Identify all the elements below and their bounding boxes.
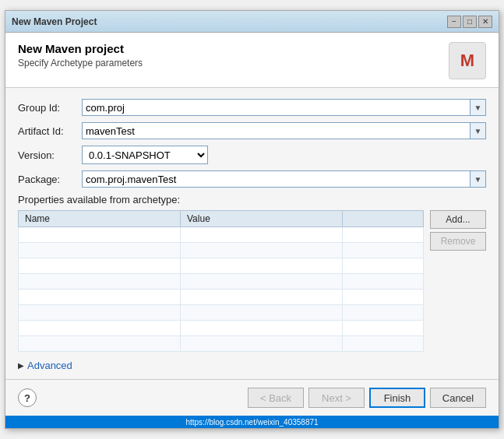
- footer-left: ?: [18, 388, 37, 407]
- maximize-button[interactable]: □: [463, 16, 477, 28]
- artifact-id-dropdown-btn[interactable]: ▼: [471, 122, 486, 139]
- footer: ? < Back Next > Finish Cancel: [5, 379, 499, 416]
- col-header-extra: [343, 211, 424, 227]
- header-text: New Maven project Specify Archetype para…: [18, 42, 143, 68]
- help-button[interactable]: ?: [18, 388, 37, 407]
- advanced-section[interactable]: ▶ Advanced: [18, 360, 486, 371]
- dialog-window: New Maven Project − □ ✕ New Maven projec…: [5, 10, 499, 429]
- table-row: [19, 227, 424, 243]
- maven-icon: M: [449, 42, 486, 79]
- table-row: [19, 336, 424, 352]
- header-section: New Maven project Specify Archetype para…: [5, 33, 499, 88]
- minimize-button[interactable]: −: [447, 16, 461, 28]
- remove-property-button[interactable]: Remove: [430, 232, 486, 251]
- artifact-id-input-wrap: ▼: [82, 122, 486, 139]
- properties-table-area: Name Value: [18, 210, 486, 352]
- table-action-buttons: Add... Remove: [430, 210, 486, 251]
- package-input[interactable]: [82, 170, 471, 188]
- properties-table: Name Value: [18, 210, 424, 352]
- table-row: [19, 258, 424, 274]
- next-button[interactable]: Next >: [308, 388, 365, 408]
- artifact-id-input[interactable]: [82, 122, 471, 139]
- table-row: [19, 290, 424, 305]
- group-id-input[interactable]: [82, 99, 471, 116]
- artifact-id-label: Artifact Id:: [18, 125, 82, 137]
- header-subtitle: Specify Archetype parameters: [18, 58, 143, 68]
- group-id-label: Group Id:: [18, 102, 82, 114]
- footer-right: < Back Next > Finish Cancel: [248, 388, 486, 408]
- advanced-label[interactable]: Advanced: [27, 360, 72, 371]
- package-dropdown-btn[interactable]: ▼: [471, 170, 486, 188]
- back-button[interactable]: < Back: [248, 388, 304, 408]
- table-row: [19, 243, 424, 258]
- version-row: Version: 0.0.1-SNAPSHOT: [18, 146, 486, 164]
- triangle-icon: ▶: [18, 361, 24, 370]
- table-row: [19, 305, 424, 321]
- finish-button[interactable]: Finish: [369, 388, 425, 408]
- watermark-bar: https://blog.csdn.net/weixin_40358871: [5, 416, 499, 428]
- group-id-input-wrap: ▼: [82, 99, 486, 116]
- version-select-wrap: 0.0.1-SNAPSHOT: [82, 146, 208, 164]
- package-input-wrap: ▼: [82, 170, 486, 188]
- content-area: Group Id: ▼ Artifact Id: ▼ Version: 0.0.…: [5, 88, 499, 379]
- version-select[interactable]: 0.0.1-SNAPSHOT: [83, 146, 207, 163]
- header-title: New Maven project: [18, 42, 143, 55]
- close-button[interactable]: ✕: [478, 16, 492, 28]
- titlebar-title: New Maven Project: [12, 16, 97, 27]
- package-label: Package:: [18, 174, 82, 185]
- watermark-text: https://blog.csdn.net/weixin_40358871: [185, 418, 318, 427]
- version-label: Version:: [18, 149, 82, 161]
- table-row: [19, 274, 424, 290]
- group-id-dropdown-btn[interactable]: ▼: [471, 99, 486, 116]
- cancel-button[interactable]: Cancel: [430, 388, 486, 408]
- properties-table-container: Name Value: [18, 210, 424, 352]
- group-id-row: Group Id: ▼: [18, 99, 486, 116]
- add-property-button[interactable]: Add...: [430, 210, 486, 229]
- titlebar-controls: − □ ✕: [447, 16, 492, 28]
- col-header-value: Value: [181, 211, 343, 227]
- artifact-id-row: Artifact Id: ▼: [18, 122, 486, 139]
- package-row: Package: ▼: [18, 170, 486, 188]
- properties-section-label: Properties available from archetype:: [18, 194, 486, 205]
- col-header-name: Name: [19, 211, 181, 227]
- table-row: [19, 321, 424, 336]
- titlebar: New Maven Project − □ ✕: [5, 11, 499, 33]
